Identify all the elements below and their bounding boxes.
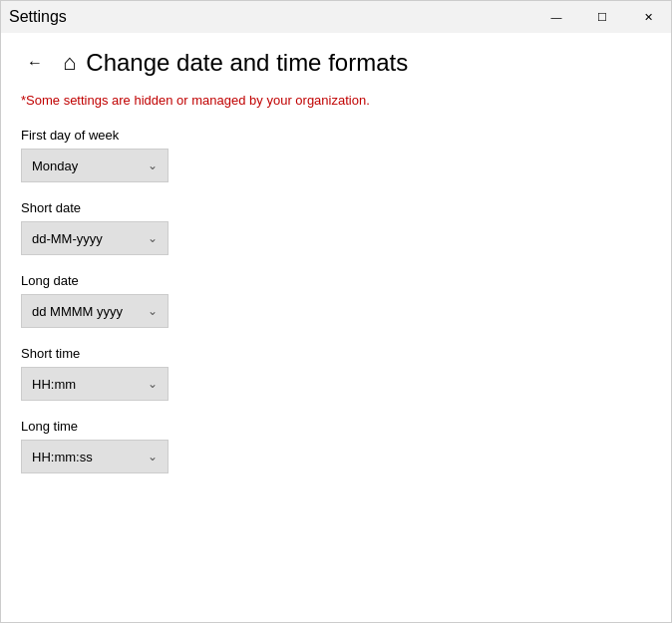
short-date-label: Short date (21, 200, 651, 215)
long-time-dropdown[interactable]: HH:mm:ss ⌄ (21, 440, 168, 473)
first-day-of-week-label: First day of week (21, 128, 651, 143)
chevron-down-icon: ⌄ (148, 450, 158, 464)
back-button[interactable]: ← (21, 50, 49, 76)
close-button[interactable]: ✕ (625, 1, 671, 33)
org-notice: *Some settings are hidden or managed by … (21, 93, 651, 108)
long-date-dropdown[interactable]: dd MMMM yyyy ⌄ (21, 294, 168, 328)
long-time-label: Long time (21, 419, 651, 434)
chevron-down-icon: ⌄ (148, 304, 158, 318)
short-date-dropdown[interactable]: dd-MM-yyyy ⌄ (21, 221, 168, 255)
chevron-down-icon: ⌄ (148, 158, 158, 172)
long-date-value: dd MMMM yyyy (32, 304, 123, 319)
setting-group-first-day-of-week: First day of week Monday ⌄ (21, 128, 651, 182)
long-time-value: HH:mm:ss (32, 450, 93, 465)
short-time-value: HH:mm (32, 377, 76, 392)
page-title: ⌂ Change date and time formats (63, 49, 408, 77)
setting-group-short-time: Short time HH:mm ⌄ (21, 346, 651, 401)
setting-group-short-date: Short date dd-MM-yyyy ⌄ (21, 200, 651, 255)
settings-window: Settings — ☐ ✕ ← ⌂ Change date and time … (0, 0, 672, 623)
title-bar: Settings — ☐ ✕ (1, 1, 671, 33)
short-time-dropdown[interactable]: HH:mm ⌄ (21, 367, 168, 401)
page-title-text: Change date and time formats (86, 49, 408, 77)
content-area: ← ⌂ Change date and time formats *Some s… (1, 33, 671, 622)
minimize-button[interactable]: — (533, 1, 579, 33)
header-row: ← ⌂ Change date and time formats (21, 49, 651, 77)
short-time-label: Short time (21, 346, 651, 361)
setting-group-long-time: Long time HH:mm:ss ⌄ (21, 419, 651, 473)
chevron-down-icon: ⌄ (148, 231, 158, 245)
long-date-label: Long date (21, 273, 651, 288)
title-bar-title: Settings (9, 8, 67, 26)
first-day-of-week-dropdown[interactable]: Monday ⌄ (21, 149, 168, 182)
first-day-of-week-value: Monday (32, 158, 78, 173)
title-bar-left: Settings (9, 8, 67, 26)
back-arrow-icon: ← (27, 54, 43, 72)
short-date-value: dd-MM-yyyy (32, 231, 103, 246)
setting-group-long-date: Long date dd MMMM yyyy ⌄ (21, 273, 651, 328)
home-icon: ⌂ (63, 50, 76, 76)
maximize-button[interactable]: ☐ (579, 1, 625, 33)
title-bar-controls: — ☐ ✕ (533, 1, 671, 33)
chevron-down-icon: ⌄ (148, 377, 158, 391)
